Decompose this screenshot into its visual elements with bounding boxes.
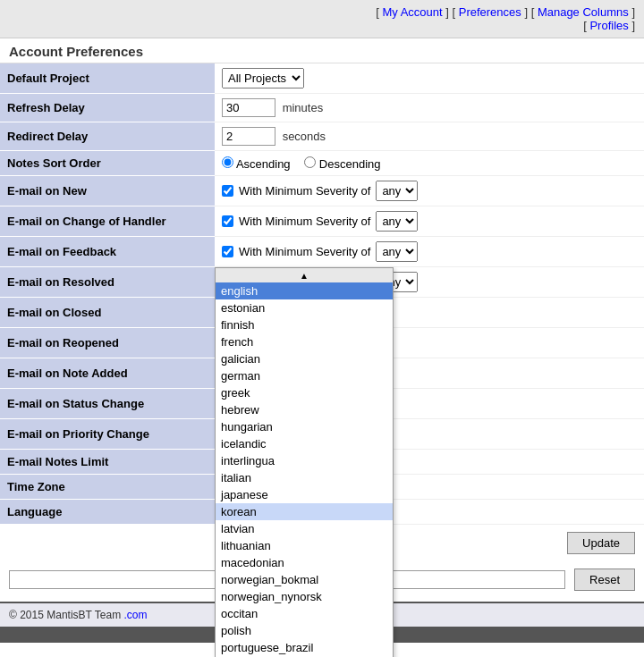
language-option-greek[interactable]: greek xyxy=(216,384,393,401)
email-feedback-checkbox[interactable] xyxy=(222,246,233,257)
language-option-french[interactable]: french xyxy=(216,333,393,350)
radio-descending-label[interactable]: Descending xyxy=(304,157,380,171)
manage-columns-link[interactable]: Manage Columns xyxy=(538,5,629,19)
refresh-unit: minutes xyxy=(283,101,324,114)
label-email-reopened: E-mail on Reopened xyxy=(0,328,215,358)
label-time-zone: Time Zone xyxy=(0,475,215,500)
value-redirect-delay: seconds xyxy=(215,122,644,151)
redirect-delay-input[interactable] xyxy=(222,127,275,146)
row-email-resolved: E-mail on Resolved With Minimum Severity… xyxy=(0,267,644,298)
value-email-new: With Minimum Severity of any xyxy=(215,176,644,206)
email-new-severity[interactable]: any xyxy=(376,181,418,201)
language-option-estonian[interactable]: estonian xyxy=(216,299,393,316)
label-notes-sort-order: Notes Sort Order xyxy=(0,151,215,176)
label-email-new: E-mail on New xyxy=(0,176,215,206)
language-option-japanese[interactable]: japanese xyxy=(216,486,393,503)
email-handler-checkbox[interactable] xyxy=(222,215,233,227)
label-default-project: Default Project xyxy=(0,63,215,94)
language-option-english[interactable]: english xyxy=(216,282,393,299)
language-option-lithuanian[interactable]: lithuanian xyxy=(216,537,393,554)
nav-sep3: ] xyxy=(629,5,635,19)
myaccount-link[interactable]: My Account xyxy=(382,5,442,19)
language-option-norwegian_nynorsk[interactable]: norwegian_nynorsk xyxy=(216,588,393,605)
label-email-handler: E-mail on Change of Handler xyxy=(0,206,215,237)
preferences-link[interactable]: Preferences xyxy=(459,5,521,19)
default-project-select[interactable]: All Projects xyxy=(222,68,304,88)
email-new-label: With Minimum Severity of xyxy=(239,184,370,198)
top-navigation: [ My Account ] [ Preferences ] [ Manage … xyxy=(0,0,644,38)
email-feedback-severity[interactable]: any xyxy=(376,241,418,262)
update-button[interactable]: Update xyxy=(567,532,635,554)
preferences-table: Default Project All Projects Refresh Del… xyxy=(0,63,644,525)
copyright: © 2015 MantisBT Team xyxy=(9,609,121,621)
label-email-status-change: E-mail on Status Change xyxy=(0,389,215,419)
footer-link[interactable]: .com xyxy=(123,609,147,621)
row-default-project: Default Project All Projects xyxy=(0,63,644,94)
label-language: Language xyxy=(0,500,215,525)
label-redirect-delay: Redirect Delay xyxy=(0,122,215,151)
label-email-notes-limit: E-mail Notes Limit xyxy=(0,450,215,475)
row-refresh-delay: Refresh Delay minutes xyxy=(0,94,644,122)
row-redirect-delay: Redirect Delay seconds xyxy=(0,122,644,151)
value-refresh-delay: minutes xyxy=(215,94,644,122)
row-email-feedback: E-mail on Feedback With Minimum Severity… xyxy=(0,237,644,267)
email-feedback-label: With Minimum Severity of xyxy=(239,245,370,258)
email-new-checkbox[interactable] xyxy=(222,185,233,197)
reset-button[interactable]: Reset xyxy=(574,569,635,591)
label-email-resolved: E-mail on Resolved xyxy=(0,267,215,298)
nav-sep1: ] [ xyxy=(443,5,459,19)
language-option-hebrew[interactable]: hebrew xyxy=(216,401,393,418)
language-option-norwegian_bokmal[interactable]: norwegian_bokmal xyxy=(216,571,393,588)
row-notes-sort-order: Notes Sort Order Ascending Descending xyxy=(0,151,644,176)
scroll-up-arrow[interactable]: ▲ xyxy=(216,268,393,282)
label-email-priority-change: E-mail on Priority Change xyxy=(0,419,215,450)
radio-descending[interactable] xyxy=(304,156,316,168)
language-option-icelandic[interactable]: icelandic xyxy=(216,435,393,452)
value-default-project: All Projects xyxy=(215,63,644,94)
profiles-link[interactable]: Profiles xyxy=(589,19,628,32)
language-option-korean[interactable]: korean xyxy=(216,503,393,520)
language-option-polish[interactable]: polish xyxy=(216,622,393,639)
email-handler-label: With Minimum Severity of xyxy=(239,215,370,228)
redirect-unit: seconds xyxy=(283,130,326,143)
label-email-closed: E-mail on Closed xyxy=(0,298,215,328)
language-option-portuguese_brazil[interactable]: portuguese_brazil xyxy=(216,639,393,656)
nav-sep2: ] [ xyxy=(521,5,538,19)
language-option-macedonian[interactable]: macedonian xyxy=(216,554,393,571)
value-email-feedback: With Minimum Severity of any xyxy=(215,237,644,267)
value-notes-sort-order: Ascending Descending xyxy=(215,151,644,176)
page-title: Account Preferences xyxy=(0,38,644,63)
language-option-galician[interactable]: galician xyxy=(216,350,393,367)
language-option-italian[interactable]: italian xyxy=(216,469,393,486)
value-email-handler: With Minimum Severity of any xyxy=(215,206,644,237)
language-option-interlingua[interactable]: interlingua xyxy=(216,452,393,469)
row-email-handler: E-mail on Change of Handler With Minimum… xyxy=(0,206,644,237)
label-refresh-delay: Refresh Delay xyxy=(0,94,215,122)
radio-ascending-label[interactable]: Ascending xyxy=(222,157,293,171)
language-option-occitan[interactable]: occitan xyxy=(216,605,393,622)
language-dropdown[interactable]: ▲ danishdutchenglishestonianfinnishfrenc… xyxy=(215,267,394,657)
language-list[interactable]: danishdutchenglishestonianfinnishfrenchg… xyxy=(216,282,393,657)
refresh-delay-input[interactable] xyxy=(222,98,275,117)
email-handler-severity[interactable]: any xyxy=(376,211,418,232)
language-option-latvian[interactable]: latvian xyxy=(216,520,393,537)
label-email-note-added: E-mail on Note Added xyxy=(0,358,215,389)
row-email-new: E-mail on New With Minimum Severity of a… xyxy=(0,176,644,206)
language-option-german[interactable]: german xyxy=(216,367,393,384)
language-option-hungarian[interactable]: hungarian xyxy=(216,418,393,435)
nav-bracket3: ] xyxy=(629,19,635,32)
label-email-feedback: E-mail on Feedback xyxy=(0,237,215,267)
language-option-finnish[interactable]: finnish xyxy=(216,316,393,333)
radio-ascending[interactable] xyxy=(222,156,233,168)
value-email-resolved: With Minimum Severity of any ▲ danishdut… xyxy=(215,267,644,298)
